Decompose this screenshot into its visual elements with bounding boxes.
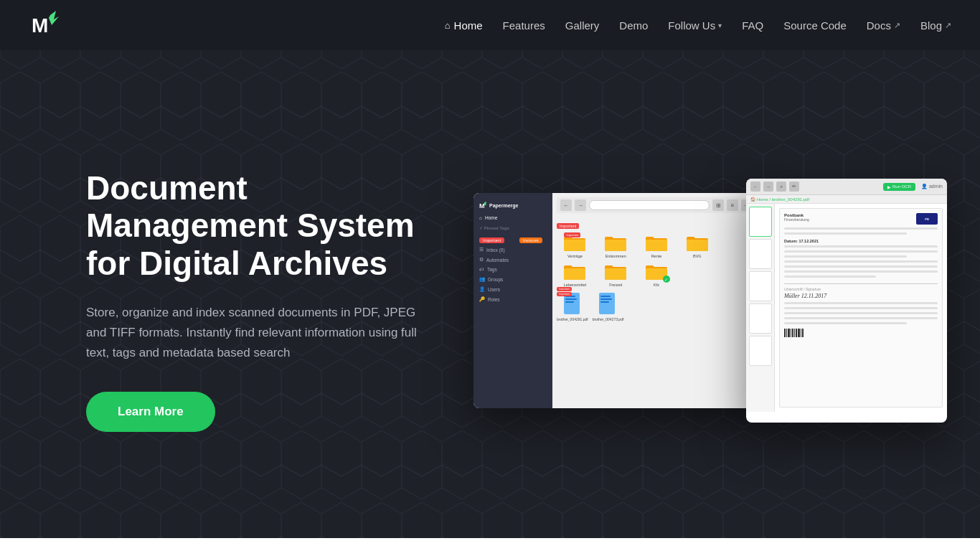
folder-kfz[interactable]: ✓ Kfz <box>639 263 675 287</box>
sidebar-item-tags[interactable]: 🏷 Tags <box>473 265 552 274</box>
nav-blog-label: Blog <box>920 19 942 32</box>
nav-item-features[interactable]: Features <box>503 19 545 32</box>
sidebar-item-groups[interactable]: 👥 Groups <box>473 274 552 284</box>
external-link-icon: ↗ <box>894 21 900 30</box>
run-ocr-label: Run OCR <box>892 184 911 189</box>
toolbar-list-view-button[interactable]: ≡ <box>727 199 738 211</box>
file-item-1[interactable]: Important Important brother_004291.pdf <box>557 291 588 321</box>
logo[interactable]: M <box>29 9 60 41</box>
nav-features-label: Features <box>503 19 545 32</box>
file-manager-content: ← → ⊞ ≡ ⋯ Important <box>552 193 760 408</box>
folder-label-bvg: BVG <box>693 254 702 258</box>
doc-line-9 <box>784 276 876 278</box>
sidebar-item-automates[interactable]: ⚙ Automates <box>473 255 552 265</box>
nav-item-source-code[interactable]: Source Code <box>783 19 847 32</box>
home-icon: ⌂ <box>445 20 451 31</box>
doc-thumb-3[interactable] <box>749 271 772 301</box>
sidebar-item-users[interactable]: 👤 Users <box>473 284 552 294</box>
doc-line-14 <box>784 322 907 324</box>
svg-rect-8 <box>600 298 612 300</box>
file-tag-important-2: Important <box>557 292 572 296</box>
svg-rect-4 <box>565 298 577 300</box>
hero-title: Document Management System for Digital A… <box>86 169 430 283</box>
doc-date-label: Datum: 17.12.2021 <box>784 239 938 243</box>
folder-einkommen[interactable]: Einkommen <box>598 234 634 258</box>
nav-item-gallery[interactable]: Gallery <box>565 19 600 32</box>
toolbar-grid-view-button[interactable]: ⊞ <box>712 199 724 211</box>
nav-links: ⌂ Home Features Gallery Demo Follow Us ▾ <box>445 19 951 32</box>
doc-line-2 <box>784 232 907 235</box>
doc-breadcrumb: 🏠 Home / brother_004291.pdf <box>746 195 947 204</box>
nav-item-demo[interactable]: Demo <box>619 19 648 32</box>
important-tag-banner: Important <box>557 223 579 229</box>
nav-demo-label: Demo <box>619 19 648 32</box>
hero-subtitle: Store, organize and index scanned docume… <box>86 303 430 363</box>
nav-gallery-label: Gallery <box>565 19 600 32</box>
doc-toolbar-forward[interactable]: → <box>763 182 773 192</box>
doc-line-8 <box>784 270 938 273</box>
nav-home-label: Home <box>454 19 483 32</box>
sidebar-tag-invoices[interactable]: Invoices <box>519 237 542 243</box>
folder-label-rente: Rente <box>651 254 662 258</box>
search-bar[interactable] <box>589 200 710 210</box>
doc-thumb-4[interactable] <box>749 303 772 334</box>
nav-item-blog[interactable]: Blog ↗ <box>920 19 951 32</box>
doc-page: Postbank Finanzberatung PB Datum: 17.12.… <box>779 208 943 408</box>
folders-grid-row2: Lebensmittel Freizeit <box>557 263 756 287</box>
nav-item-docs[interactable]: Docs ↗ <box>867 19 900 32</box>
nav-faq-label: FAQ <box>742 19 763 32</box>
external-link-icon-2: ↗ <box>945 21 951 30</box>
file-item-2[interactable]: brother_004273.pdf <box>593 291 624 321</box>
breadcrumb-home-link[interactable]: 🏠 Home <box>750 197 768 202</box>
folder-icon-bvg <box>685 234 710 253</box>
sidebar-item-home[interactable]: ⌂ Home <box>473 213 552 222</box>
file-label-2: brother_004273.pdf <box>593 317 624 321</box>
file-label-1: brother_004291.pdf <box>557 317 588 321</box>
doc-line-5 <box>784 255 907 258</box>
folder-label-kfz: Kfz <box>654 283 659 287</box>
chevron-down-icon: ▾ <box>718 22 722 29</box>
nav-source-code-label: Source Code <box>783 19 847 32</box>
folder-bvg[interactable]: BVG <box>679 234 715 258</box>
doc-line-6 <box>784 260 938 263</box>
doc-thumb-2[interactable] <box>749 239 772 269</box>
hero-section: Document Management System for Digital A… <box>0 50 980 551</box>
sidebar-tag-important[interactable]: Important <box>479 237 504 243</box>
svg-rect-7 <box>600 296 611 297</box>
run-ocr-button[interactable]: ▶ Run OCR <box>883 183 915 191</box>
sidebar-item-inbox[interactable]: ☰ Inbox (0) <box>473 245 552 255</box>
logo-icon: M <box>29 9 60 41</box>
sidebar-header: M Papermerge <box>473 199 552 213</box>
green-check-badge: ✓ <box>663 276 670 283</box>
nav-item-follow-us[interactable]: Follow Us ▾ <box>668 19 722 32</box>
doc-thumb-5[interactable] <box>749 336 772 366</box>
doc-toolbar-edit[interactable]: ✏ <box>789 182 799 192</box>
folder-icon-freizeit <box>603 263 628 281</box>
doc-line-3 <box>784 245 938 248</box>
doc-user-info: 👤 admin <box>921 184 943 189</box>
doc-thumb-1[interactable] <box>749 207 772 237</box>
breadcrumb-file-link[interactable]: brother_004291.pdf <box>772 197 809 202</box>
toolbar-back-button[interactable]: ← <box>560 199 572 211</box>
folder-label-freizeit: Freizeit <box>609 283 622 287</box>
folder-lebensmittel[interactable]: Lebensmittel <box>557 263 593 287</box>
hero-image: M Papermerge ⌂ Home ✓ Pinned Tags Import… <box>473 179 947 423</box>
svg-rect-5 <box>565 301 574 303</box>
doc-toolbar-zoom-in[interactable]: + <box>776 182 786 192</box>
doc-signature-area: Unterschrift / Signature Müller 12.11.20… <box>784 283 938 299</box>
folder-freizeit[interactable]: Freizeit <box>598 263 634 287</box>
folder-vertraege[interactable]: Important Verträge <box>557 234 593 258</box>
toolbar-forward-button[interactable]: → <box>575 199 586 211</box>
sidebar-item-roles[interactable]: 🔑 Roles <box>473 294 552 304</box>
folder-rente[interactable]: Rente <box>639 234 675 258</box>
doc-toolbar-back[interactable]: ← <box>750 182 760 192</box>
sidebar-logo-icon: M <box>479 202 486 209</box>
app-screenshot: M Papermerge ⌂ Home ✓ Pinned Tags Import… <box>473 179 947 423</box>
learn-more-button[interactable]: Learn More <box>86 392 215 432</box>
important-banner: Important <box>557 217 756 231</box>
nav-item-faq[interactable]: FAQ <box>742 19 763 32</box>
doc-line-10 <box>784 302 938 304</box>
doc-line-13 <box>784 317 938 319</box>
nav-item-home[interactable]: ⌂ Home <box>445 19 483 32</box>
play-icon: ▶ <box>887 184 891 189</box>
